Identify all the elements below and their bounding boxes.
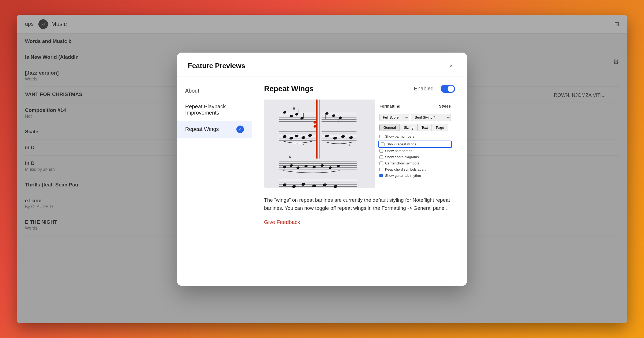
modal-title: Feature Previews <box>188 62 245 70</box>
tab-page[interactable]: Page <box>432 124 448 131</box>
svg-point-23 <box>308 134 312 137</box>
svg-text:>: > <box>348 143 350 147</box>
svg-point-72 <box>312 184 316 188</box>
svg-point-73 <box>323 183 327 186</box>
formatting-title: Formatting <box>379 104 400 108</box>
svg-point-45 <box>325 134 329 138</box>
close-button[interactable]: × <box>447 61 456 71</box>
cb-show-part-names-box[interactable] <box>379 149 383 153</box>
style-select[interactable]: Serif Stying * <box>411 114 451 121</box>
svg-point-28 <box>313 125 316 128</box>
svg-point-9 <box>295 113 299 116</box>
give-feedback-link[interactable]: Give Feedback <box>264 219 300 225</box>
toggle-container: Enabled <box>414 85 455 93</box>
tab-text[interactable]: Text <box>418 124 432 131</box>
cb-show-guitar-tab: ✓ Show guitar tab rhythm <box>379 174 451 178</box>
tab-sizing[interactable]: Sizing <box>400 124 417 131</box>
cb-keep-chord-apart-box[interactable] <box>379 168 383 171</box>
cb-center-chord-symbols: Center chord symbols <box>379 161 451 165</box>
notation-panel: 6 <box>264 100 375 188</box>
svg-point-22 <box>301 136 305 139</box>
svg-point-27 <box>313 121 316 124</box>
sidebar-item-repeat-wings[interactable]: Repeat Wings ✓ <box>177 121 252 138</box>
svg-point-48 <box>349 136 353 139</box>
svg-point-57 <box>290 164 293 167</box>
svg-point-69 <box>282 183 287 186</box>
svg-point-70 <box>292 185 296 188</box>
svg-point-46 <box>333 136 337 140</box>
svg-point-19 <box>282 135 287 138</box>
svg-point-5 <box>283 111 287 114</box>
modal-sidebar: About Repeat Playback Improvements Repea… <box>177 76 252 286</box>
cb-show-repeat-wings: Show repeat wings <box>378 141 452 148</box>
svg-point-58 <box>296 166 300 169</box>
modal-content: Repeat Wings Enabled <box>252 76 467 286</box>
svg-point-47 <box>341 135 345 138</box>
svg-text:6: 6 <box>293 106 295 111</box>
tab-general[interactable]: General <box>379 124 400 131</box>
svg-rect-25 <box>316 100 317 159</box>
description-text: The “wings” on repeat barlines are curre… <box>264 196 455 212</box>
svg-point-71 <box>301 182 305 186</box>
cb-show-guitar-tab-box[interactable]: ✓ <box>379 174 383 177</box>
cb-show-bar-numbers-box[interactable] <box>379 135 383 138</box>
svg-point-21 <box>294 134 299 138</box>
svg-point-38 <box>339 116 342 119</box>
svg-point-56 <box>283 166 287 169</box>
svg-point-20 <box>289 136 293 140</box>
svg-point-74 <box>333 185 338 188</box>
cb-show-chord-diagrams-box[interactable] <box>379 155 383 159</box>
modal-header: Feature Previews × <box>177 53 467 76</box>
cb-show-repeat-wings-box[interactable] <box>381 142 385 146</box>
cb-center-chord-symbols-box[interactable] <box>379 161 383 165</box>
svg-rect-26 <box>319 100 319 159</box>
cb-show-part-names: Show part names <box>379 149 451 153</box>
modal-body: About Repeat Playback Improvements Repea… <box>177 76 467 286</box>
enabled-toggle[interactable] <box>441 85 455 93</box>
modal-overlay: Feature Previews × About Repeat Playback… <box>17 15 627 323</box>
svg-point-36 <box>332 114 336 117</box>
cb-keep-chord-apart: Keep chord symbols apart <box>379 167 451 171</box>
notation-svg: 6 <box>264 100 375 188</box>
content-header: Repeat Wings Enabled <box>264 84 455 93</box>
content-title: Repeat Wings <box>264 84 314 93</box>
svg-point-34 <box>325 112 329 115</box>
svg-point-62 <box>328 166 332 169</box>
sidebar-item-repeat-playback[interactable]: Repeat Playback Improvements <box>177 99 252 121</box>
full-score-select[interactable]: Full Score <box>379 114 409 121</box>
check-icon: ✓ <box>236 126 244 133</box>
modal-dialog: Feature Previews × About Repeat Playback… <box>177 53 467 286</box>
preview-image: 6 <box>264 100 455 188</box>
svg-point-61 <box>320 164 324 167</box>
formatting-panel: Formatting Styles Full Score Serif Styin… <box>375 100 455 188</box>
svg-point-63 <box>336 164 340 168</box>
panel-tabs: General Sizing Text Page <box>379 124 451 131</box>
enabled-label: Enabled <box>414 86 434 92</box>
svg-text:6: 6 <box>289 155 291 159</box>
svg-point-60 <box>312 166 316 169</box>
sidebar-item-about[interactable]: About <box>177 83 252 99</box>
app-window: ups ♫ Music ⊟ Words and Music b le New W… <box>17 15 627 323</box>
cb-show-bar-numbers: Show bar numbers <box>379 134 451 138</box>
styles-title: Styles <box>439 104 451 108</box>
svg-point-59 <box>304 164 308 168</box>
svg-text:>: > <box>302 142 304 146</box>
cb-show-chord-diagrams: Show chord diagrams <box>379 155 451 159</box>
